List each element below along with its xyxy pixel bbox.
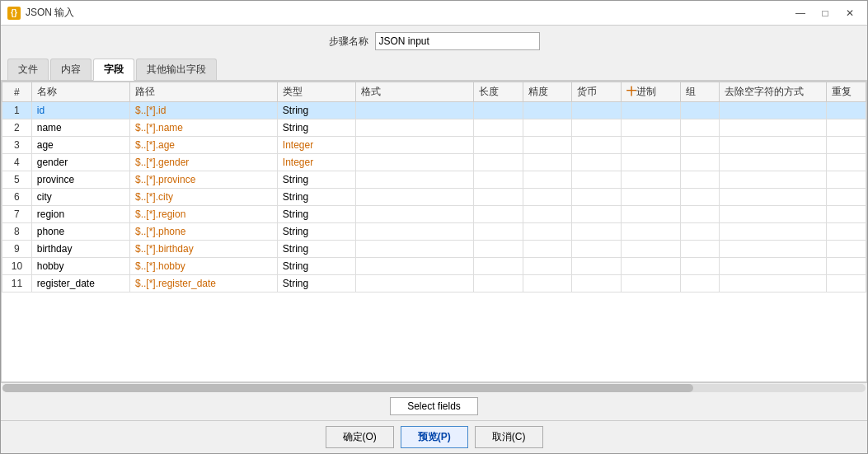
cell-currency xyxy=(572,171,622,189)
maximize-button[interactable]: □ xyxy=(814,5,836,21)
table-row[interactable]: 6 city $..[*].city String xyxy=(2,189,866,206)
table-row[interactable]: 4 gender $..[*].gender Integer xyxy=(2,154,866,171)
cell-length xyxy=(474,102,523,119)
h-scrollbar[interactable] xyxy=(2,384,866,392)
cell-path: $..[*].birthday xyxy=(129,241,277,258)
cell-precision xyxy=(523,154,572,171)
col-header-base: 十进制 xyxy=(622,82,681,102)
cell-name: phone xyxy=(31,223,129,241)
cell-group xyxy=(680,154,720,171)
cell-type: Integer xyxy=(277,137,355,154)
cell-trim xyxy=(720,258,827,275)
cell-base xyxy=(622,119,681,137)
cell-repeat xyxy=(827,206,866,223)
cell-group xyxy=(680,258,720,275)
scrollbar-area[interactable] xyxy=(1,382,867,392)
cell-trim xyxy=(720,206,827,223)
cell-path: $..[*].hobby xyxy=(129,258,277,275)
cell-num: 10 xyxy=(2,258,32,275)
cell-currency xyxy=(572,119,622,137)
cell-length xyxy=(474,223,523,241)
cell-type: String xyxy=(277,258,355,275)
cell-length xyxy=(474,189,523,206)
cell-currency xyxy=(572,154,622,171)
cell-length xyxy=(474,206,523,223)
table-row[interactable]: 1 id $..[*].id String xyxy=(2,102,866,119)
cell-format xyxy=(356,258,474,275)
col-header-type: 类型 xyxy=(277,82,355,102)
tab-fields[interactable]: 字段 xyxy=(93,59,134,81)
cell-currency xyxy=(572,241,622,258)
cell-type: String xyxy=(277,189,355,206)
cell-type: Integer xyxy=(277,154,355,171)
tab-file[interactable]: 文件 xyxy=(7,59,49,80)
col-header-name: 名称 xyxy=(31,82,129,102)
table-row[interactable]: 3 age $..[*].age Integer xyxy=(2,137,866,154)
bottom-bar: Select fields xyxy=(1,392,867,420)
tab-other[interactable]: 其他输出字段 xyxy=(136,59,217,80)
cell-name: city xyxy=(31,189,129,206)
main-window: {} JSON 输入 — □ ✕ 步骤名称 文件 内容 字段 其他输出字段 xyxy=(0,0,868,454)
cell-name: register_date xyxy=(31,275,129,293)
step-name-input[interactable] xyxy=(375,32,540,50)
cell-num: 6 xyxy=(2,189,32,206)
cell-currency xyxy=(572,258,622,275)
cell-precision xyxy=(523,189,572,206)
cell-format xyxy=(356,171,474,189)
cell-num: 9 xyxy=(2,241,32,258)
cell-length xyxy=(474,241,523,258)
cell-name: birthday xyxy=(31,241,129,258)
cell-group xyxy=(680,275,720,293)
table-row[interactable]: 9 birthday $..[*].birthday String xyxy=(2,241,866,258)
main-content: # 名称 路径 类型 格式 长度 精度 货币 十进制 组 去除空字符的方式 重复 xyxy=(1,81,867,453)
cell-precision xyxy=(523,102,572,119)
cell-base xyxy=(622,206,681,223)
col-header-path: 路径 xyxy=(129,82,277,102)
cell-num: 3 xyxy=(2,137,32,154)
h-scrollbar-thumb[interactable] xyxy=(2,384,693,392)
cell-precision xyxy=(523,171,572,189)
cell-precision xyxy=(523,223,572,241)
cell-trim xyxy=(720,275,827,293)
tab-content[interactable]: 内容 xyxy=(50,59,91,80)
cell-group xyxy=(680,119,720,137)
table-row[interactable]: 11 register_date $..[*].register_date St… xyxy=(2,275,866,293)
cell-num: 4 xyxy=(2,154,32,171)
table-row[interactable]: 5 province $..[*].province String xyxy=(2,171,866,189)
title-bar-left: {} JSON 输入 xyxy=(7,6,74,20)
table-row[interactable]: 2 name $..[*].name String xyxy=(2,119,866,137)
cell-group xyxy=(680,241,720,258)
cell-repeat xyxy=(827,171,866,189)
cell-format xyxy=(356,189,474,206)
cancel-button[interactable]: 取消(C) xyxy=(475,426,543,448)
cell-trim xyxy=(720,171,827,189)
confirm-button[interactable]: 确定(O) xyxy=(326,426,394,448)
select-fields-button[interactable]: Select fields xyxy=(390,397,478,415)
col-header-currency: 货币 xyxy=(572,82,622,102)
table-row[interactable]: 8 phone $..[*].phone String xyxy=(2,223,866,241)
cell-num: 7 xyxy=(2,206,32,223)
cell-type: String xyxy=(277,275,355,293)
footer-bar: 确定(O) 预览(P) 取消(C) xyxy=(1,420,867,453)
minimize-button[interactable]: — xyxy=(790,5,811,21)
cell-precision xyxy=(523,275,572,293)
cell-format xyxy=(356,206,474,223)
table-row[interactable]: 7 region $..[*].region String xyxy=(2,206,866,223)
table-row[interactable]: 10 hobby $..[*].hobby String xyxy=(2,258,866,275)
col-header-precision: 精度 xyxy=(523,82,572,102)
preview-button[interactable]: 预览(P) xyxy=(401,426,468,448)
cell-precision xyxy=(523,206,572,223)
cell-base xyxy=(622,275,681,293)
cell-name: province xyxy=(31,171,129,189)
cell-currency xyxy=(572,275,622,293)
cell-precision xyxy=(523,241,572,258)
cell-repeat xyxy=(827,189,866,206)
cell-currency xyxy=(572,102,622,119)
cell-group xyxy=(680,223,720,241)
cell-num: 1 xyxy=(2,102,32,119)
step-name-label: 步骤名称 xyxy=(329,35,368,49)
col-header-group: 组 xyxy=(680,82,720,102)
cell-format xyxy=(356,137,474,154)
close-button[interactable]: ✕ xyxy=(839,5,861,21)
table-container[interactable]: # 名称 路径 类型 格式 长度 精度 货币 十进制 组 去除空字符的方式 重复 xyxy=(1,81,867,382)
